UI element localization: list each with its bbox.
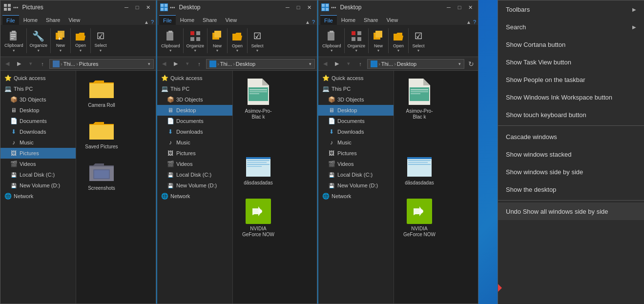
minimize-button-3[interactable]: ─ (444, 2, 454, 12)
help-icon-2[interactable]: ? (312, 19, 315, 25)
sidebar-item-quick-access-2[interactable]: ⭐ Quick access (157, 73, 232, 83)
cm-item-cortana[interactable]: Show Cortana button (498, 36, 644, 53)
sidebar-item-desktop[interactable]: 🖥 Desktop (0, 105, 76, 116)
sidebar-item-pictures-3[interactable]: 🖼 Pictures (318, 148, 394, 159)
sidebar-item-3d-objects-2[interactable]: 📦 3D Objects (157, 94, 232, 105)
sidebar-item-music-2[interactable]: ♪ Music (157, 137, 232, 148)
sidebar-item-pictures-2[interactable]: 🖼 Pictures (157, 148, 232, 159)
open-button-2[interactable]: Open ▼ (230, 29, 244, 52)
cm-item-show-side-by-side[interactable]: Show windows side by side (498, 163, 644, 181)
tab-view-2[interactable]: View (221, 15, 241, 25)
sidebar-item-new-volume-d-3[interactable]: 💾 New Volume (D:) (318, 180, 394, 191)
sidebar-item-downloads-2[interactable]: ⬇ Downloads (157, 126, 232, 137)
expand-ribbon-icon-2[interactable]: ▲ (305, 20, 310, 25)
clipboard-button-3[interactable]: Clipboard ▼ (322, 29, 341, 52)
sidebar-item-videos-2[interactable]: 🎬 Videos (157, 159, 232, 169)
cm-item-undo[interactable]: Undo Show all windows side by side (498, 203, 644, 220)
up-button-2[interactable]: ↑ (194, 59, 204, 69)
close-button-2[interactable]: ✕ (304, 2, 314, 12)
sidebar-item-downloads-3[interactable]: ⬇ Downloads (318, 126, 394, 137)
tab-file-3[interactable]: File (320, 15, 337, 25)
minimize-button[interactable]: ─ (122, 2, 131, 12)
sidebar-item-videos-3[interactable]: 🎬 Videos (318, 159, 394, 169)
sidebar-item-desktop-2[interactable]: 🖥 Desktop (157, 105, 232, 116)
tab-home[interactable]: Home (20, 15, 42, 25)
sidebar-item-network-2[interactable]: 🌐 Network (157, 191, 232, 202)
recent-button-2[interactable]: ▾ (183, 59, 192, 69)
tab-share[interactable]: Share (42, 15, 64, 25)
open-button[interactable]: Open ▼ (74, 29, 87, 52)
tab-home-2[interactable]: Home (176, 15, 198, 25)
tab-share-2[interactable]: Share (199, 15, 221, 25)
cm-item-ink-workspace[interactable]: Show Windows Ink Workspace button (498, 88, 644, 106)
maximize-button-3[interactable]: □ (455, 2, 464, 12)
file-item-asimov[interactable]: Asimov-Pro-Blac k (239, 77, 278, 122)
sidebar-item-music[interactable]: ♪ Music (0, 137, 76, 148)
organize-button-2[interactable]: Organize ▼ (187, 29, 205, 52)
sidebar-item-music-3[interactable]: ♪ Music (318, 137, 394, 148)
address-path-1[interactable]: › Thi... › Pictures ▾ (49, 59, 154, 69)
cm-item-show-desktop[interactable]: Show the desktop (498, 181, 644, 198)
sidebar-item-this-pc[interactable]: 💻 This PC (0, 83, 76, 94)
sidebar-item-network[interactable]: 🌐 Network (0, 191, 76, 202)
tab-file-2[interactable]: File (159, 15, 176, 25)
clipboard-button[interactable]: Clipboard ▼ (4, 29, 23, 52)
sidebar-item-videos[interactable]: 🎬 Videos (0, 159, 76, 169)
file-item-dasdasdadas[interactable]: dāsdasdadas (239, 155, 278, 188)
forward-button[interactable]: ▶ (14, 59, 24, 69)
file-item-asimov-3[interactable]: Asimov-Pro-Blac k (400, 77, 439, 122)
sidebar-item-this-pc-3[interactable]: 💻 This PC (318, 83, 394, 94)
organize-button-3[interactable]: Organize ▼ (348, 29, 366, 52)
sidebar-item-documents-2[interactable]: 📄 Documents (157, 116, 232, 126)
cm-item-task-view[interactable]: Show Task View button (498, 53, 644, 71)
back-button-3[interactable]: ◀ (320, 59, 330, 69)
expand-ribbon-icon[interactable]: ▲ (144, 20, 149, 25)
cm-item-touch-keyboard[interactable]: Show touch keyboard button (498, 106, 644, 123)
address-dropdown-icon[interactable]: ▾ (148, 61, 150, 66)
address-dropdown-icon-2[interactable]: ▾ (309, 61, 312, 66)
sidebar-item-downloads[interactable]: ⬇ Downloads (0, 126, 76, 137)
sidebar-item-3d-objects[interactable]: 📦 3D Objects (0, 94, 76, 105)
recent-button-3[interactable]: ▾ (344, 59, 353, 69)
sidebar-item-network-3[interactable]: 🌐 Network (318, 191, 394, 202)
minimize-button-2[interactable]: ─ (283, 2, 292, 12)
new-button-2[interactable]: New ▼ (210, 29, 224, 52)
cm-item-toolbars[interactable]: Toolbars (498, 0, 644, 18)
file-item-screenshots[interactable]: Screenshots (82, 160, 121, 193)
tab-file[interactable]: File (2, 15, 19, 25)
open-button-3[interactable]: Open ▼ (392, 29, 405, 52)
sidebar-item-new-volume-d-2[interactable]: 💾 New Volume (D:) (157, 180, 232, 191)
maximize-button-2[interactable]: □ (293, 2, 303, 12)
close-button[interactable]: ✕ (143, 2, 153, 12)
address-path-2[interactable]: › Thi... › Desktop ▾ (206, 59, 315, 69)
sidebar-item-quick-access-3[interactable]: ⭐ Quick access (318, 73, 394, 83)
sidebar-item-this-pc-2[interactable]: 💻 This PC (157, 83, 232, 94)
clipboard-button-2[interactable]: Clipboard ▼ (161, 29, 180, 52)
sidebar-item-documents[interactable]: 📄 Documents (0, 116, 76, 126)
sidebar-item-local-disk-c[interactable]: 💾 Local Disk (C:) (0, 169, 76, 180)
select-button-2[interactable]: ☑ Select ▼ (250, 29, 264, 52)
help-icon[interactable]: ? (151, 19, 154, 25)
expand-ribbon-icon-3[interactable]: ▲ (466, 20, 471, 25)
file-item-camera-roll[interactable]: Camera Roll (82, 77, 121, 110)
forward-button-3[interactable]: ▶ (332, 59, 342, 69)
new-button[interactable]: + New ▼ (54, 29, 67, 52)
select-button-3[interactable]: ☑ Select ▼ (412, 29, 425, 52)
file-item-nvidia[interactable]: NVIDIA GeForce NOW (239, 197, 278, 240)
cm-item-show-stacked[interactable]: Show windows stacked (498, 145, 644, 163)
file-item-nvidia-3[interactable]: NVIDIA GeForce NOW (400, 197, 439, 240)
tab-view-3[interactable]: View (382, 15, 402, 25)
sidebar-item-local-disk-c-3[interactable]: 💾 Local Disk (C:) (318, 169, 394, 180)
sidebar-item-desktop-3[interactable]: 🖥 Desktop (318, 105, 394, 116)
new-button-3[interactable]: New ▼ (372, 29, 385, 52)
help-icon-3[interactable]: ? (473, 19, 476, 25)
back-button[interactable]: ◀ (2, 59, 12, 69)
cm-item-search[interactable]: Search (498, 18, 644, 36)
file-item-dasdasdadas-3[interactable]: dāsdasdadas (400, 155, 439, 188)
tab-share-3[interactable]: Share (360, 15, 382, 25)
select-button[interactable]: ☑ Select ▼ (94, 29, 107, 52)
forward-button-2[interactable]: ▶ (171, 59, 181, 69)
sidebar-item-documents-3[interactable]: 📄 Documents (318, 116, 394, 126)
refresh-button-3[interactable]: ↻ (466, 59, 476, 69)
tab-home-3[interactable]: Home (337, 15, 359, 25)
